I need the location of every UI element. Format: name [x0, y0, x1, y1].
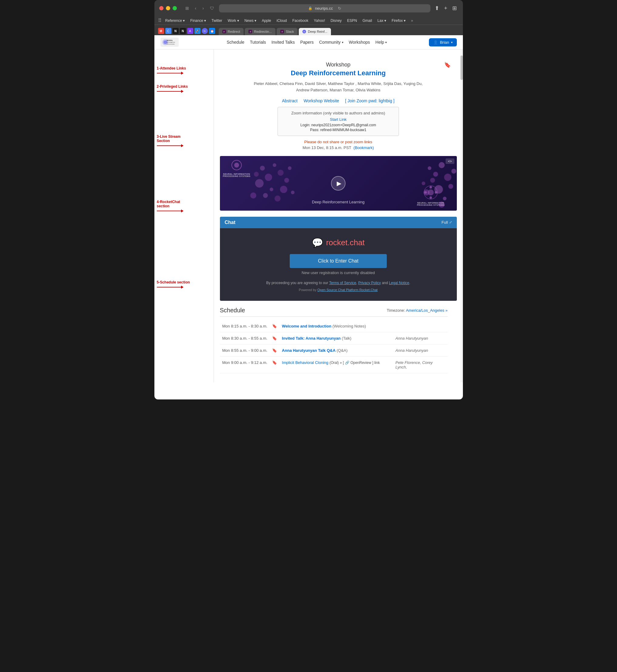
bookmark-twitter[interactable]: Twitter	[210, 18, 224, 23]
more-bookmarks[interactable]: »	[409, 18, 415, 23]
bookmark-work[interactable]: Work ▾	[226, 18, 241, 23]
attendee-arrow	[157, 71, 184, 75]
timezone-link[interactable]: America/Los_Angeles »	[406, 308, 447, 313]
schedule-title-link-4[interactable]: Implicit Behavioral Cloning	[282, 360, 328, 365]
join-zoom-text[interactable]: [ Join Zoom pwd: lightbig ]	[345, 98, 395, 103]
schedule-bookmark-4[interactable]: 🔖	[270, 357, 279, 373]
schedule-table: Mon 8:15 a.m. - 8:30 a.m. 🔖 Welcome and …	[220, 320, 448, 373]
zoom-login: Login: neurips2021zoom+DeepRL@gmail.com	[284, 123, 393, 127]
bookmark-yahoo[interactable]: Yahoo!	[312, 18, 327, 23]
schedule-arrow	[157, 286, 184, 289]
video-code-button[interactable]: <>	[446, 158, 454, 164]
neurips-favicon[interactable]: N	[202, 28, 208, 34]
bookmark-icloud[interactable]: iCloud	[275, 18, 289, 23]
bookmark-icons-bar: ⠿ Reference ▾ Finance ▾ Twitter Work ▾ N…	[154, 16, 463, 25]
apps-icon[interactable]: ⠿	[158, 18, 162, 23]
page-content: NEURAL INFORMATION PROCESSING Schedule T…	[154, 35, 463, 399]
bookmark-date-link[interactable]: (Bookmark)	[353, 145, 374, 150]
chrome-favicon[interactable]: C	[165, 28, 171, 34]
nav-help-dropdown[interactable]: Help ▾	[376, 40, 387, 45]
nav-tutorials[interactable]: Tutorials	[250, 40, 266, 45]
schedule-time-4: Mon 9:00 a.m. - 9:12 a.m.	[220, 357, 270, 373]
enter-chat-button[interactable]: Click to Enter Chat	[290, 254, 387, 268]
tab-slack[interactable]: # Slack	[277, 28, 297, 35]
bookmark-apple[interactable]: Apple	[260, 18, 273, 23]
notion-favicon1[interactable]: N	[173, 28, 179, 34]
site-logo: NEURAL INFORMATION PROCESSING	[161, 38, 185, 47]
chat-powered-by: Powered by Open Source Chat Platform Roc…	[226, 288, 451, 292]
clock-favicon[interactable]: ⏰	[209, 28, 215, 34]
user-menu-button[interactable]: 👤 Brian ▾	[429, 38, 456, 46]
svg-point-35	[430, 186, 432, 188]
back-button[interactable]: ‹	[193, 5, 198, 11]
rocketchat-icon: 💬	[312, 237, 323, 248]
workshop-website-link[interactable]: Workshop Website	[303, 98, 339, 103]
forward-button[interactable]: ›	[201, 5, 206, 11]
gmail-favicon[interactable]: M	[158, 28, 164, 34]
table-row: Mon 9:00 a.m. - 9:12 a.m. 🔖 Implicit Beh…	[220, 357, 448, 373]
reload-icon[interactable]: ↻	[338, 6, 341, 11]
sidebar-toggle-button[interactable]: ⊞	[184, 5, 191, 11]
schedule-header: Schedule Timezone: America/Los_Angeles »	[220, 307, 448, 317]
rocket-favicon[interactable]: 🚀	[194, 28, 201, 34]
nav-workshops[interactable]: Workshops	[349, 40, 370, 45]
schedule-title-2: Invited Talk: Anna Harutyunyan (Talk)	[279, 332, 393, 344]
video-logo-left: NEURAL INFORMATIONPROCESSING SYSTEMS	[223, 159, 250, 177]
share-icon[interactable]: ⬆	[433, 4, 440, 13]
nav-community-dropdown[interactable]: Community ▾	[319, 40, 343, 45]
tab-redirect2[interactable]: # Redirectin...	[245, 28, 275, 35]
neurips-logo: NEURAL INFORMATION PROCESSING	[161, 38, 179, 47]
scrollbar-thumb[interactable]	[460, 55, 463, 80]
svg-text:PROCESSING: PROCESSING	[167, 43, 175, 45]
schedule-title-text-2: Invited Talk: Anna Harutyunyan	[282, 336, 341, 341]
chat-full-label: Full	[442, 220, 448, 224]
schedule-bookmark-2[interactable]: 🔖	[270, 332, 279, 344]
dot-text: .	[348, 238, 350, 247]
terms-prefix: By proceeding you are agreeing to our	[266, 281, 328, 285]
scrollbar[interactable]	[460, 49, 463, 382]
abstract-link[interactable]: Abstract	[282, 98, 297, 103]
zoom-info-box: Zoom information (only visible to author…	[277, 107, 399, 136]
bookmark-espn[interactable]: ESPN	[345, 18, 359, 23]
schedule-time-2: Mon 8:30 a.m. - 8:55 a.m.	[220, 332, 270, 344]
schedule-bookmark-1[interactable]: 🔖	[270, 320, 279, 332]
bookmark-finance[interactable]: Finance ▾	[188, 18, 208, 23]
bookmark-gmail[interactable]: Gmail	[361, 18, 374, 23]
purple-favicon[interactable]: A	[187, 28, 193, 34]
video-player[interactable]: NEURAL INFORMATIONPROCESSING SYSTEMS	[220, 156, 457, 211]
legal-notice-link[interactable]: Legal Notice	[389, 281, 409, 285]
nav-invited-talks[interactable]: Invited Talks	[271, 40, 295, 45]
bookmark-disney[interactable]: Disney	[329, 18, 344, 23]
bookmark-reference[interactable]: Reference ▾	[164, 18, 187, 23]
notion-favicon2[interactable]: N	[180, 28, 186, 34]
chat-full-button[interactable]: Full ⤢	[442, 220, 452, 224]
bookmark-lax[interactable]: Lax ▾	[376, 18, 388, 23]
and-text: and	[382, 281, 388, 285]
tabs-overview-icon[interactable]: ⊞	[451, 4, 458, 13]
bookmark-firefox[interactable]: Firefox ▾	[390, 18, 407, 23]
bookmark-news[interactable]: News ▾	[243, 18, 258, 23]
address-bar[interactable]: 🔒 neurips.cc ↻	[219, 4, 430, 12]
open-source-link[interactable]: Open Source Chat Platform Rocket.Chat	[317, 288, 378, 292]
tab-neurips-label: Deep Reinf...	[308, 30, 327, 33]
nav-help-label: Help	[376, 40, 384, 45]
minimize-button[interactable]	[166, 6, 170, 10]
nav-papers[interactable]: Papers	[300, 40, 314, 45]
privacy-policy-link[interactable]: Privacy Policy	[358, 281, 381, 285]
new-tab-icon[interactable]: +	[443, 4, 449, 13]
schedule-title: Schedule	[220, 307, 245, 314]
play-button[interactable]: ▶	[331, 176, 346, 191]
slack-favicon-tab3: #	[280, 30, 284, 33]
bookmark-flag-icon[interactable]: 🔖	[444, 61, 451, 68]
schedule-time-3: Mon 8:55 a.m. - 9:00 a.m.	[220, 344, 270, 357]
close-button[interactable]	[159, 6, 164, 10]
tab-redirect1[interactable]: # Redirect	[219, 28, 244, 35]
terms-of-service-link[interactable]: Terms of Service	[329, 281, 356, 285]
fullscreen-button[interactable]	[173, 6, 177, 10]
nav-schedule[interactable]: Schedule	[227, 40, 244, 45]
user-chevron-icon: ▾	[451, 41, 453, 44]
schedule-bookmark-3[interactable]: 🔖	[270, 344, 279, 357]
start-link[interactable]: Start Link	[284, 117, 393, 122]
bookmark-facebook[interactable]: Facebook	[290, 18, 310, 23]
tab-neurips[interactable]: N Deep Reinf...	[299, 28, 331, 35]
